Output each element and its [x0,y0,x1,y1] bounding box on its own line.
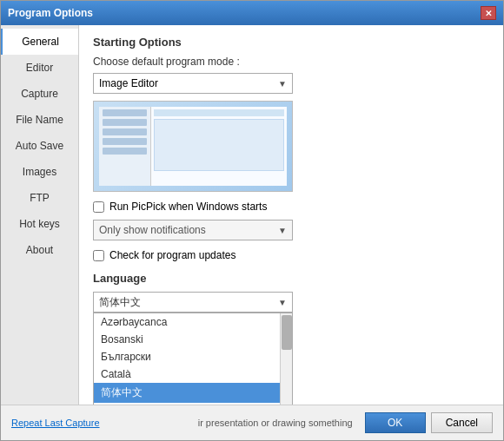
sidebar-item-filename[interactable]: File Name [1,107,78,133]
preview-sidebar-item [103,128,147,135]
program-mode-dropdown[interactable]: Image Editor ▼ [93,73,293,94]
only-show-dropdown[interactable]: Only show notifications ▼ [93,220,293,240]
default-mode-label: Choose default program mode : [93,56,489,68]
chevron-down-icon: ▼ [278,298,287,307]
main-content: General Editor Capture File Name Auto Sa… [1,25,503,405]
content-area: Starting Options Choose default program … [79,25,503,405]
language-section: Language 简体中文 ▼ Azərbaycanca Bosanski Бъ… [93,272,489,313]
program-mode-preview [93,101,293,192]
language-list-scroll: Azərbaycanca Bosanski Български Català 简… [94,313,292,405]
only-show-value: Only show notifications [99,224,206,236]
cancel-button[interactable]: Cancel [431,412,493,433]
title-bar: Program Options ✕ [1,1,503,25]
lang-item-traditional-chinese[interactable]: 正體中文 [94,403,292,405]
lang-item-simplified-chinese[interactable]: 简体中文 [94,383,292,403]
language-selected-value: 简体中文 [99,295,141,310]
repeat-last-capture-link[interactable]: Repeat Last Capture [11,418,193,428]
scrollbar-track[interactable] [280,313,292,405]
preview-sidebar-item [103,148,147,155]
section-title: Starting Options [93,36,489,49]
check-updates-label: Check for program updates [109,249,235,261]
preview-sidebar-item [103,119,147,126]
sidebar-item-editor[interactable]: Editor [1,55,78,81]
sidebar-item-capture[interactable]: Capture [1,81,78,107]
footer-right-text: ir presentation or drawing something [198,418,353,428]
language-dropdown[interactable]: 简体中文 ▼ [93,292,293,313]
preview-sidebar-item [103,109,147,116]
sidebar-item-about[interactable]: About [1,237,78,263]
run-on-start-checkbox[interactable] [93,201,104,213]
sidebar: General Editor Capture File Name Auto Sa… [1,25,79,405]
preview-inner [99,107,287,186]
check-updates-checkbox[interactable] [93,250,104,261]
ok-button[interactable]: OK [365,412,426,433]
sidebar-item-general[interactable]: General [1,29,78,55]
lang-item-azerbaycanca[interactable]: Azərbaycanca [94,313,292,331]
check-updates-row: Check for program updates [93,249,489,261]
run-on-start-label: Run PicPick when Windows starts [109,201,267,213]
footer: Repeat Last Capture ir presentation or d… [1,405,503,440]
sidebar-item-images[interactable]: Images [1,159,78,185]
sidebar-item-hotkeys[interactable]: Hot keys [1,211,78,237]
language-list: Azərbaycanca Bosanski Български Català 简… [93,313,293,405]
program-mode-value: Image Editor [99,77,158,89]
title-bar-buttons: ✕ [481,6,496,20]
sidebar-item-autosave[interactable]: Auto Save [1,133,78,159]
program-options-window: Program Options ✕ General Editor Capture… [0,0,504,441]
preview-canvas [154,119,284,171]
lang-item-bosanski[interactable]: Bosanski [94,331,292,348]
lang-item-bulgarian[interactable]: Български [94,348,292,365]
preview-sidebar-item [103,138,147,145]
preview-main [151,107,287,186]
chevron-down-icon: ▼ [278,79,287,89]
preview-toolbar [154,109,284,116]
language-list-inner[interactable]: Azərbaycanca Bosanski Български Català 简… [94,313,292,405]
window-title: Program Options [8,7,93,19]
lang-item-catala[interactable]: Català [94,365,292,383]
scrollbar-thumb[interactable] [282,315,292,350]
language-dropdown-container: 简体中文 ▼ Azərbaycanca Bosanski Български C… [93,292,293,313]
close-button[interactable]: ✕ [481,6,496,20]
preview-sidebar [99,107,151,186]
language-title: Language [93,272,489,285]
chevron-down-icon: ▼ [278,226,287,235]
run-on-start-row: Run PicPick when Windows starts [93,201,489,213]
sidebar-item-ftp[interactable]: FTP [1,185,78,211]
